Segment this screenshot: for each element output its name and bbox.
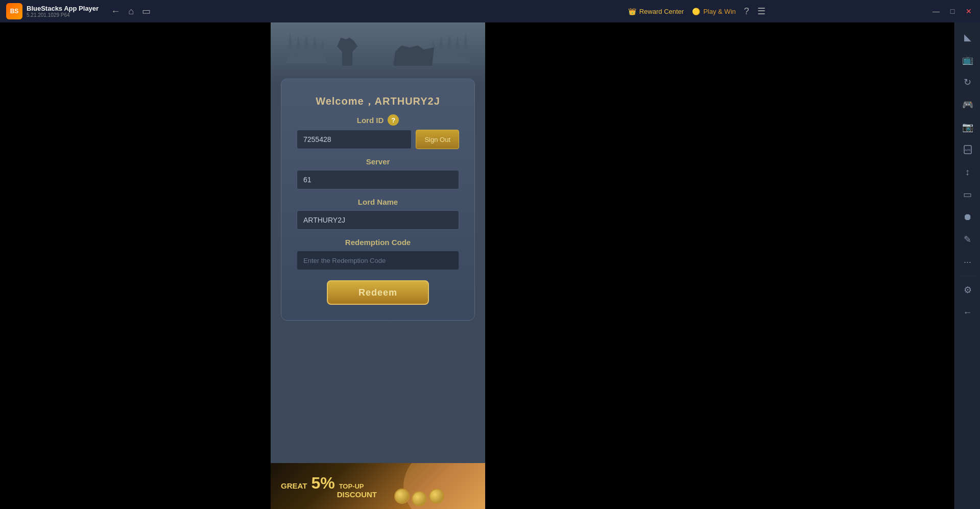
menu-button[interactable]: ☰ (757, 6, 766, 17)
app-version: 5.21.201.1029 P64 (27, 12, 99, 18)
redemption-code-label: Redemption Code (297, 238, 459, 247)
app-name: BlueStacks App Player (27, 5, 99, 12)
welcome-text: Welcome，ARTHURY2J (297, 94, 459, 108)
play-icon: 🟡 (692, 8, 700, 15)
left-black-area (0, 22, 271, 509)
banner-great-text: GREAT (281, 481, 307, 490)
sidebar-back-icon[interactable]: ← (958, 302, 978, 323)
game-area: Welcome，ARTHURY2J Lord ID ? Sign Out Ser… (271, 22, 485, 509)
sidebar-icon-3[interactable]: ↻ (958, 72, 978, 92)
sidebar-icon-2[interactable]: 📺 (958, 50, 978, 70)
maximize-button[interactable]: □ (945, 4, 960, 18)
back-nav-button[interactable]: ← (111, 6, 120, 17)
sidebar-fullscreen-icon[interactable]: ▭ (958, 184, 978, 205)
lord-id-help-button[interactable]: ? (388, 114, 399, 126)
home-nav-button[interactable]: ⌂ (128, 6, 134, 17)
redemption-code-input[interactable] (297, 251, 459, 270)
sidebar-divider (960, 276, 975, 276)
lord-id-label-row: Lord ID ? (297, 114, 459, 126)
sidebar-script-icon[interactable]: ✎ (958, 229, 978, 250)
sidebar-icon-4[interactable]: 🎮 (958, 94, 978, 115)
grass-left-decoration (286, 33, 327, 63)
svg-text:APK: APK (964, 149, 970, 152)
lord-name-label: Lord Name (297, 198, 459, 206)
sign-out-button[interactable]: Sign Out (416, 130, 459, 149)
play-win-button[interactable]: 🟡 Play & Win (692, 8, 736, 15)
multi-nav-button[interactable]: ▭ (142, 6, 151, 17)
coin-3 (429, 489, 444, 504)
title-bar-nav: ← ⌂ ▭ (103, 6, 159, 17)
crown-icon: 👑 (628, 8, 636, 15)
coin-1 (394, 489, 410, 504)
sidebar-icon-5[interactable]: 📷 (958, 117, 978, 137)
banner-coins (394, 489, 444, 506)
sidebar-resize-icon[interactable]: ↕ (958, 162, 978, 182)
human-silhouette-left (337, 38, 363, 66)
redeem-button[interactable]: Redeem (327, 280, 429, 305)
game-top-decoration (271, 22, 485, 84)
right-black-area (485, 22, 954, 509)
sidebar-settings-icon[interactable]: ⚙ (958, 280, 978, 300)
server-label: Server (297, 157, 459, 166)
lord-id-input[interactable] (297, 130, 412, 149)
lord-name-input[interactable] (297, 210, 459, 230)
banner-topup-text: TOP-UP (339, 482, 364, 490)
title-bar: BS BlueStacks App Player 5.21.201.1029 P… (0, 0, 980, 22)
coin-2 (412, 491, 427, 506)
play-win-label: Play & Win (703, 8, 736, 15)
minimize-button[interactable]: — (929, 4, 943, 18)
lord-id-input-row: Sign Out (297, 130, 459, 149)
banner-discount-text: DISCOUNT (337, 490, 377, 499)
server-input[interactable] (297, 170, 459, 189)
title-bar-center: 👑 Reward Center 🟡 Play & Win ? ☰ (469, 6, 925, 17)
banner-content: GREAT 5% TOP-UP DISCOUNT (281, 474, 377, 499)
title-bar-left: BS BlueStacks App Player 5.21.201.1029 P… (0, 3, 469, 19)
sidebar-apk-icon[interactable]: APK (958, 139, 978, 160)
title-bar-right: — □ ✕ (925, 4, 980, 18)
redemption-dialog: Welcome，ARTHURY2J Lord ID ? Sign Out Ser… (281, 79, 475, 321)
sidebar-macro-icon[interactable]: ⏺ (958, 207, 978, 227)
bluestacks-logo: BS (6, 3, 22, 19)
reward-center-label: Reward Center (639, 8, 684, 15)
grass-right-decoration (429, 33, 470, 63)
lord-id-label: Lord ID (357, 116, 384, 125)
close-button[interactable]: ✕ (962, 4, 976, 18)
sidebar-icon-1[interactable]: ◣ (958, 27, 978, 47)
sidebar-more-icon[interactable]: ··· (958, 252, 978, 272)
reward-center-button[interactable]: 👑 Reward Center (628, 8, 684, 15)
promotion-banner[interactable]: GREAT 5% TOP-UP DISCOUNT (271, 463, 485, 509)
human-silhouette-right (393, 45, 434, 66)
right-sidebar: ◣ 📺 ↻ 🎮 📷 APK ↕ ▭ ⏺ ✎ ··· ⚙ ← (954, 22, 980, 509)
help-button[interactable]: ? (744, 6, 749, 17)
banner-percentage: 5% (311, 474, 334, 493)
